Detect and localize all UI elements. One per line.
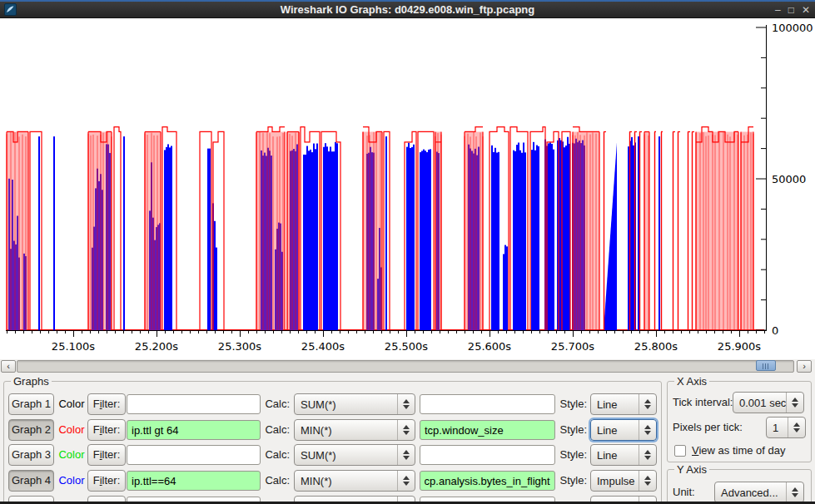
graph-row-1: Graph 1ColorFilter:Calc:SUM(*)Style:Line <box>4 393 661 417</box>
graph-3-filter-input[interactable] <box>127 445 261 465</box>
calc-label: Calc: <box>261 393 290 415</box>
style-label: Style: <box>554 393 587 415</box>
graph-3-field-input[interactable] <box>420 445 555 465</box>
x-axis-group-title: X Axis <box>674 375 709 388</box>
graph-4-filter-button[interactable]: Filter: <box>87 470 126 492</box>
unit-select[interactable]: Advanced... <box>714 482 804 503</box>
graph-row-3: Graph 3ColorFilter:Calc:SUM(*)Style:Line <box>4 444 661 467</box>
style-label: Style: <box>554 419 587 441</box>
spin-arrows-icon <box>397 445 415 465</box>
svg-text:0: 0 <box>772 324 778 337</box>
spin-arrows-icon <box>786 393 803 413</box>
graph-2-color-label: Color <box>54 419 89 441</box>
spin-arrows-icon <box>397 420 415 440</box>
spin-arrows-icon <box>639 445 656 465</box>
graph-4-filter-input[interactable] <box>127 471 261 491</box>
graph-1-field-input[interactable] <box>420 394 555 414</box>
scrollbar-track[interactable] <box>17 360 794 373</box>
y-axis-group-title: Y Axis <box>674 463 709 476</box>
spin-arrows-icon <box>639 394 656 414</box>
svg-text:50000: 50000 <box>772 173 806 185</box>
scroll-right-button[interactable]: › <box>797 360 812 373</box>
graph-1-filter-button[interactable]: Filter: <box>87 393 126 415</box>
svg-text:25.600s: 25.600s <box>468 340 511 353</box>
graph-row-2: Graph 2ColorFilter:Calc:MIN(*)Style:Line <box>4 419 661 442</box>
minimize-button[interactable]: – <box>775 2 781 17</box>
graph-4-color-label: Color <box>54 470 89 492</box>
io-graph-canvas: 25.100s25.200s25.300s25.400s25.500s25.60… <box>0 18 815 359</box>
calc-label: Calc: <box>261 419 290 441</box>
graph-2-style-select[interactable]: Line <box>590 419 657 441</box>
spin-arrows-icon <box>786 482 803 502</box>
svg-text:25.900s: 25.900s <box>718 340 761 353</box>
graph-3-color-label: Color <box>54 444 89 466</box>
graph-2-calc-select[interactable]: MIN(*) <box>294 419 415 441</box>
scrollbar-thumb[interactable] <box>756 360 776 371</box>
graph-4-calc-select[interactable]: MIN(*) <box>294 470 415 492</box>
spin-arrows-icon <box>639 471 656 491</box>
scroll-left-button[interactable]: ‹ <box>1 360 16 373</box>
calc-label: Calc: <box>261 470 290 492</box>
wireshark-io-graphs-window: { "window": { "title": "Wireshark IO Gra… <box>0 0 815 504</box>
graph-1-filter-input[interactable] <box>127 394 261 414</box>
calc-label: Calc: <box>261 444 290 466</box>
svg-text:25.700s: 25.700s <box>551 340 594 353</box>
graph-1-calc-select[interactable]: SUM(*) <box>294 393 415 415</box>
spin-arrows-icon <box>397 471 415 491</box>
graph-3-calc-select[interactable]: SUM(*) <box>294 444 415 466</box>
pixels-per-tick-select[interactable]: 1 <box>766 417 806 438</box>
svg-text:25.800s: 25.800s <box>634 340 678 353</box>
graph-4-toggle-button[interactable]: Graph 4 <box>8 470 54 492</box>
spin-arrows-icon <box>788 418 805 437</box>
graph-3-toggle-button[interactable]: Graph 3 <box>8 444 54 466</box>
y-axis-group: Y Axis Unit: Advanced... <box>667 469 812 504</box>
svg-text:25.500s: 25.500s <box>385 340 428 353</box>
graph-2-filter-input[interactable] <box>127 420 261 440</box>
graph-2-toggle-button[interactable]: Graph 2 <box>8 419 54 441</box>
graph-1-style-select[interactable]: Line <box>590 393 657 415</box>
svg-text:25.200s: 25.200s <box>135 340 178 353</box>
svg-text:100000: 100000 <box>772 22 813 34</box>
graph-4-field-input[interactable] <box>420 471 555 491</box>
graph-2-field-input[interactable] <box>420 420 555 440</box>
graph-4-style-select[interactable]: Impulse <box>590 470 657 492</box>
spin-arrows-icon <box>397 394 415 414</box>
scrollbar-grip <box>763 363 770 369</box>
pixels-per-tick-label: Pixels per tick: <box>673 417 743 438</box>
tick-interval-label: Tick interval: <box>673 392 733 413</box>
style-label: Style: <box>554 444 587 466</box>
spin-arrows-icon <box>639 420 656 440</box>
graph-1-toggle-button[interactable]: Graph 1 <box>8 393 54 415</box>
svg-text:25.100s: 25.100s <box>52 340 95 353</box>
tick-interval-select[interactable]: 0.001 sec <box>733 392 804 413</box>
title-bar[interactable]: Wireshark IO Graphs: d0429.e008.win_ftp.… <box>0 2 815 18</box>
close-button[interactable]: ✕ <box>802 2 810 17</box>
graph-row-4: Graph 4ColorFilter:Calc:MIN(*)Style:Impu… <box>4 470 661 493</box>
view-as-time-of-day-label: View as time of day <box>692 440 785 462</box>
graph-2-filter-button[interactable]: Filter: <box>87 419 126 441</box>
maximize-button[interactable]: □ <box>788 2 794 17</box>
x-axis-group: X Axis Tick interval: 0.001 sec Pixels p… <box>667 381 812 462</box>
io-graph-plot[interactable]: 25.100s25.200s25.300s25.400s25.500s25.60… <box>0 18 815 359</box>
unit-label: Unit: <box>673 482 695 503</box>
window-title: Wireshark IO Graphs: d0429.e008.win_ftp.… <box>0 3 815 16</box>
chart-hscrollbar: ‹ › <box>0 359 815 373</box>
graphs-group-title: Graphs <box>11 375 52 388</box>
svg-text:25.300s: 25.300s <box>218 340 261 353</box>
graph-3-filter-button[interactable]: Filter: <box>87 444 126 466</box>
svg-text:25.400s: 25.400s <box>301 340 345 353</box>
graph-3-style-select[interactable]: Line <box>590 444 657 466</box>
style-label: Style: <box>554 470 587 492</box>
view-as-time-of-day-checkbox[interactable] <box>674 445 686 457</box>
graph-1-color-label: Color <box>54 393 89 415</box>
graphs-group: Graphs Graph 1ColorFilter:Calc:SUM(*)Sty… <box>3 381 662 504</box>
